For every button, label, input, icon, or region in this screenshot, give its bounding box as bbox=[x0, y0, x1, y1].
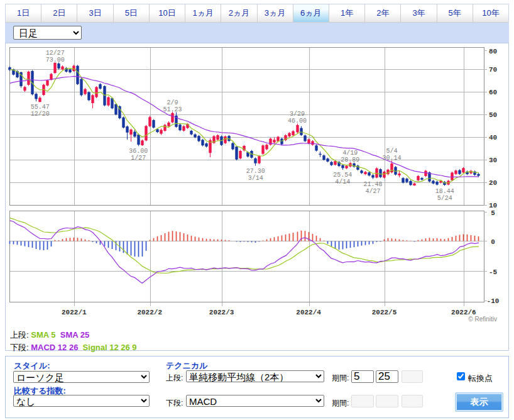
svg-text:25.54: 25.54 bbox=[333, 172, 352, 179]
svg-text:0: 0 bbox=[491, 238, 495, 246]
svg-text:3/29: 3/29 bbox=[290, 111, 305, 118]
svg-text:4/19: 4/19 bbox=[342, 150, 358, 157]
svg-text:50: 50 bbox=[489, 111, 497, 119]
svg-text:60: 60 bbox=[489, 89, 497, 96]
svg-text:-5: -5 bbox=[489, 268, 498, 276]
svg-text:80: 80 bbox=[489, 48, 497, 55]
svg-text:2022/5: 2022/5 bbox=[372, 309, 397, 316]
svg-text:1/27: 1/27 bbox=[131, 155, 146, 162]
svg-text:2022/2: 2022/2 bbox=[137, 309, 162, 316]
svg-text:30.14: 30.14 bbox=[382, 155, 401, 162]
svg-text:5/4: 5/4 bbox=[386, 148, 397, 155]
svg-text:27.30: 27.30 bbox=[246, 168, 265, 175]
svg-text:4/14: 4/14 bbox=[335, 179, 350, 185]
svg-text:10: 10 bbox=[489, 202, 497, 209]
svg-text:12/20: 12/20 bbox=[31, 111, 50, 118]
svg-text:5: 5 bbox=[491, 209, 495, 217]
svg-text:18.44: 18.44 bbox=[435, 188, 454, 195]
svg-text:21.48: 21.48 bbox=[363, 181, 382, 188]
svg-text:4/27: 4/27 bbox=[365, 188, 380, 195]
svg-text:2022/1: 2022/1 bbox=[62, 309, 87, 316]
svg-text:20: 20 bbox=[489, 179, 497, 187]
svg-text:70: 70 bbox=[489, 66, 497, 74]
svg-text:55.47: 55.47 bbox=[31, 104, 50, 111]
svg-text:30: 30 bbox=[489, 157, 497, 164]
svg-text:© Refinitiv: © Refinitiv bbox=[468, 316, 497, 323]
svg-text:40: 40 bbox=[489, 134, 497, 141]
svg-text:2022/4: 2022/4 bbox=[296, 309, 321, 316]
svg-text:2/9: 2/9 bbox=[167, 99, 178, 106]
svg-text:2022/3: 2022/3 bbox=[209, 309, 234, 316]
svg-text:51.23: 51.23 bbox=[163, 106, 182, 113]
svg-text:36.00: 36.00 bbox=[129, 148, 148, 155]
svg-text:73.00: 73.00 bbox=[46, 57, 65, 64]
svg-text:3/14: 3/14 bbox=[248, 175, 263, 182]
svg-text:-10: -10 bbox=[487, 297, 500, 305]
svg-text:5/24: 5/24 bbox=[437, 195, 452, 202]
svg-text:12/27: 12/27 bbox=[46, 50, 65, 57]
svg-text:46.00: 46.00 bbox=[288, 118, 307, 124]
svg-text:28.89: 28.89 bbox=[341, 157, 359, 163]
